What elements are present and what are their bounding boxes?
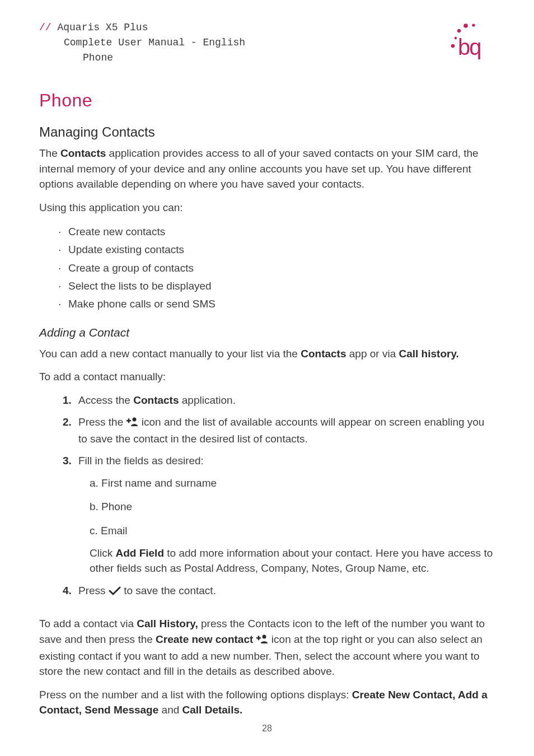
- page-header: // Aquaris X5 Plus Complete User Manual …: [39, 20, 495, 66]
- svg-point-11: [262, 635, 266, 639]
- section-managing-contacts: Managing Contacts: [39, 124, 495, 140]
- step-3b: b. Phone: [78, 498, 495, 516]
- bq-logo: bq: [439, 20, 495, 65]
- step-3a: a. First name and surname: [78, 474, 495, 492]
- svg-point-0: [455, 37, 457, 39]
- svg-point-3: [472, 24, 475, 26]
- step-2: Press the icon and the list of available…: [78, 414, 495, 446]
- page-number: 28: [0, 724, 534, 734]
- checkmark-icon: [109, 584, 121, 600]
- svg-rect-7: [128, 419, 129, 423]
- feature-list: Create new contacts Update existing cont…: [39, 223, 495, 313]
- adding-paragraph-1: You can add a new contact manually to yo…: [39, 346, 495, 362]
- adding-paragraph-2: To add a contact manually:: [39, 369, 495, 385]
- svg-point-1: [457, 29, 461, 32]
- svg-text:bq: bq: [458, 35, 481, 59]
- add-contact-icon: [127, 416, 139, 431]
- options-paragraph: Press on the number and a list with the …: [39, 687, 495, 718]
- list-item: Update existing contacts: [68, 241, 495, 259]
- list-item: Make phone calls or send SMS: [68, 295, 495, 313]
- via-call-history-paragraph: To add a contact via Call History, press…: [39, 616, 495, 679]
- step-3c: c. Email: [78, 522, 495, 540]
- breadcrumb-product: Aquaris X5 Plus: [57, 22, 148, 33]
- breadcrumb-manual: Complete User Manual - English: [39, 35, 245, 50]
- steps-list: Access the Contacts application. Press t…: [39, 393, 495, 600]
- list-item: Create new contacts: [68, 223, 495, 241]
- svg-point-4: [451, 44, 455, 48]
- step-1: Access the Contacts application.: [78, 393, 495, 408]
- svg-point-8: [132, 418, 136, 422]
- step-3-note: Click Add Field to add more information …: [78, 545, 495, 576]
- subsection-adding-contact: Adding a Contact: [39, 326, 495, 339]
- add-contact-icon: [256, 633, 269, 648]
- breadcrumb: // Aquaris X5 Plus Complete User Manual …: [39, 20, 245, 66]
- page-title: Phone: [39, 90, 495, 111]
- step-3: Fill in the fields as desired: a. First …: [78, 453, 495, 576]
- list-item: Select the lists to be displayed: [68, 277, 495, 295]
- breadcrumb-section: Phone: [39, 50, 245, 66]
- svg-point-2: [463, 24, 468, 28]
- intro-paragraph-1: The Contacts application provides access…: [39, 146, 495, 192]
- list-item: Create a group of contacts: [68, 259, 495, 277]
- intro-paragraph-2: Using this application you can:: [39, 200, 495, 216]
- svg-rect-10: [257, 636, 259, 640]
- breadcrumb-slashes: //: [39, 22, 51, 33]
- step-4: Press to save the contact.: [78, 583, 495, 600]
